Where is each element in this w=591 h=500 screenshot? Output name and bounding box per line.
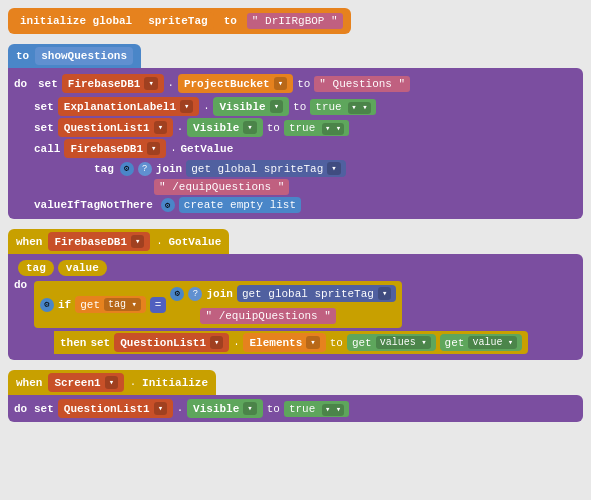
do-label-3: do [14, 403, 30, 415]
elements-dropdown[interactable] [306, 336, 319, 349]
do-if-row: do ⚙ if get tag = ⚙ ? [14, 279, 577, 356]
when-init-body: do set QuestionList1 . Visible to true ▾ [8, 395, 583, 422]
when-gotvalue-wrapper: when FirebaseDB1 . GotValue tag value do… [8, 229, 583, 360]
get-tag-dropdown[interactable]: tag [104, 298, 141, 311]
value-if-not-there-row: valueIfTagNotThere ⚙ create empty list [34, 197, 577, 213]
question-icon-1: ? [138, 162, 152, 176]
initialize-event-label: Initialize [142, 377, 208, 389]
questionlist-then-dropdown[interactable] [210, 336, 223, 349]
questionlist-init-dropdown[interactable] [154, 402, 167, 415]
to-header-row: to showQuestions [8, 44, 583, 68]
to-label-2: to [293, 101, 306, 113]
dot-1: . [168, 78, 174, 89]
visible-block-1: Visible [213, 97, 289, 116]
to-header: to showQuestions [8, 44, 141, 68]
set-questionlist-inner: set QuestionList1 . Visible to true ▾ [34, 118, 577, 137]
do-label: do [14, 78, 34, 90]
if-condition-row: ⚙ if get tag = ⚙ ? join [34, 281, 528, 328]
questionlist-dropdown-1[interactable] [154, 121, 167, 134]
true-dropdown-1[interactable]: ▾ [348, 102, 370, 114]
get-value-block: get value [440, 334, 523, 351]
firebase-dropdown-1[interactable] [144, 77, 157, 90]
get-global-spritetag-1: get global spriteTag [186, 160, 345, 177]
visible-block-2: Visible [187, 118, 263, 137]
to-block-wrapper: to showQuestions do set FirebaseDB1 . Pr… [8, 44, 583, 219]
call-firebase-inner: call FirebaseDB1 . GetValue [34, 139, 577, 158]
equip-questions-row-2: " /equipQuestions " [200, 308, 396, 324]
firebase-db1-block-2: FirebaseDB1 [64, 139, 166, 158]
gear-icon-3: ⚙ [40, 298, 54, 312]
screen1-dropdown[interactable] [105, 376, 118, 389]
set-explanation-row: set ExplanationLabel1 . Visible to true … [34, 97, 577, 116]
initialize-label: initialize global [16, 13, 136, 29]
true-init-dropdown[interactable]: ▾ [322, 404, 344, 416]
equip-questions-value-2: " /equipQuestions " [200, 308, 335, 324]
if-block: ⚙ if get tag = ⚙ ? join [34, 281, 402, 328]
value-dropdown[interactable]: value [468, 336, 517, 349]
explanation-dropdown[interactable] [180, 100, 193, 113]
visible-dropdown-2[interactable] [243, 121, 256, 134]
set-questionlist-row: set QuestionList1 . Visible to true ▾ [34, 118, 577, 137]
gear-icon-4: ⚙ [170, 287, 184, 301]
if-label: if [58, 299, 71, 311]
screen1-block: Screen1 [48, 373, 124, 392]
visible-dropdown-1[interactable] [270, 100, 283, 113]
do-label-row: do set FirebaseDB1 . ProjectBucket to " … [14, 72, 577, 95]
value-pill: value [58, 260, 107, 276]
value-if-not-there-inner: valueIfTagNotThere ⚙ create empty list [34, 197, 577, 213]
firebase-dropdown-2[interactable] [147, 142, 160, 155]
true-value-2: true ▾ [284, 120, 349, 136]
get-global-spritetag-2: get global spriteTag [237, 285, 396, 302]
true-dropdown-2[interactable]: ▾ [322, 123, 344, 135]
spritetag-dropdown-2[interactable] [378, 287, 391, 300]
firebase-db1-when-block: FirebaseDB1 [48, 232, 150, 251]
values-dropdown[interactable]: values [376, 336, 431, 349]
when-gotvalue-body: tag value do ⚙ if get tag = [8, 254, 583, 360]
sprite-tag-value: " DrIIRgBOP " [247, 13, 343, 29]
set-label-init: set [34, 403, 54, 415]
create-empty-list-block: create empty list [179, 197, 301, 213]
gear-icon-1: ⚙ [120, 162, 134, 176]
visible-init-block: Visible [187, 399, 263, 418]
dot-init-2: . [177, 403, 183, 414]
project-bucket-block: ProjectBucket [178, 74, 293, 93]
dot-2: . [203, 101, 209, 112]
dot-3: . [177, 122, 183, 133]
when-label-2: when [16, 377, 42, 389]
spritetag-dropdown-1[interactable] [327, 162, 340, 175]
true-value-init: true ▾ [284, 401, 349, 417]
then-block: then set QuestionList1 . Elements to get… [54, 331, 528, 354]
when-initialize-wrapper: when Screen1 . Initialize do set Questio… [8, 370, 583, 422]
join-label-2: join [206, 288, 232, 300]
set-label-1: set [38, 78, 58, 90]
when-gotvalue-header-row: when FirebaseDB1 . GotValue [8, 229, 583, 254]
question-list1-block-1: QuestionList1 [58, 118, 173, 137]
questions-value: " Questions " [314, 76, 410, 92]
call-label: call [34, 143, 60, 155]
show-questions-block: showQuestions [35, 47, 133, 65]
tag-pill: tag [18, 260, 54, 276]
when-init-header: when Screen1 . Initialize [8, 370, 216, 395]
questionlist1-init-block: QuestionList1 [58, 399, 173, 418]
explanation-label1-block: ExplanationLabel1 [58, 97, 200, 116]
then-label: then [60, 337, 86, 349]
firebase-when-dropdown[interactable] [131, 235, 144, 248]
question-icon-2: ? [188, 287, 202, 301]
variable-name-block: spriteTag [142, 12, 213, 30]
do-label-2: do [14, 279, 30, 291]
initialize-block: initialize global spriteTag to " DrIIRgB… [8, 8, 351, 34]
then-row: then set QuestionList1 . Elements to get… [34, 331, 528, 354]
get-value-label: GetValue [180, 143, 233, 155]
equip-questions-row-1: " /equipQuestions " [154, 179, 577, 195]
join-row-1: ⚙ ? join get global spriteTag [170, 285, 396, 302]
tag-label-call: tag [94, 163, 114, 175]
if-block-container: ⚙ if get tag = ⚙ ? join [34, 279, 528, 356]
to-label: to [220, 13, 241, 29]
dot-init: . [130, 377, 136, 388]
visible-init-dropdown[interactable] [243, 402, 256, 415]
projectbucket-dropdown[interactable] [274, 77, 287, 90]
to-label-init: to [267, 403, 280, 415]
set-firebase-row: set FirebaseDB1 . ProjectBucket to " Que… [38, 74, 410, 93]
call-firebase-row: call FirebaseDB1 . GetValue [34, 139, 577, 158]
equals-block: = [150, 297, 167, 313]
